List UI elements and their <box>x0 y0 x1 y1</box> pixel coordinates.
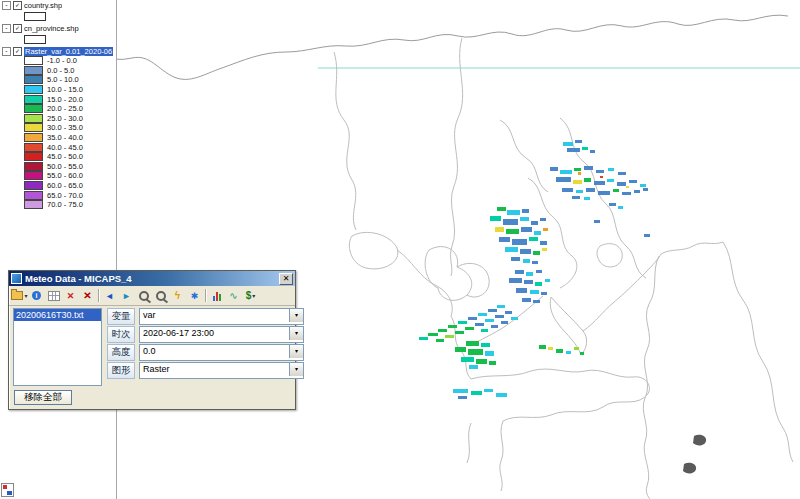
legend-row: 65.0 - 70.0 <box>0 190 116 200</box>
legend-range-label: 40.0 - 45.0 <box>47 143 83 152</box>
dialog-title: Meteo Data - MICAPS_4 <box>25 273 276 284</box>
layer-label[interactable]: cn_province.shp <box>24 24 79 33</box>
legend-color-swatch <box>24 162 43 171</box>
curve-button[interactable]: ∿ <box>225 288 242 304</box>
legend-color-swatch <box>24 171 43 180</box>
clear-button[interactable]: ✕ <box>79 288 96 304</box>
wave-icon: ∿ <box>229 290 237 301</box>
islands <box>683 435 706 474</box>
annotate-button[interactable]: ✱ <box>186 288 203 304</box>
legend-range-label: -1.0 - 0.0 <box>47 56 77 65</box>
legend-row: 0.0 - 5.0 <box>0 66 116 76</box>
grid-icon <box>48 291 60 301</box>
legend-row: 5.0 - 10.0 <box>0 75 116 85</box>
legend-color-swatch <box>24 123 43 132</box>
variable-field-row: 变量 var ▾ <box>107 308 304 324</box>
dialog-close-button[interactable]: ✕ <box>279 273 293 285</box>
magnifier-icon <box>156 291 166 301</box>
legend-color-swatch <box>24 56 43 65</box>
graphic-combobox[interactable]: Raster ▾ <box>139 362 304 379</box>
lightning-icon: ϟ <box>175 290 180 301</box>
zoom-in-button[interactable] <box>135 288 152 304</box>
legend-range-label: 35.0 - 40.0 <box>47 133 83 142</box>
layer-label[interactable]: country.shp <box>24 1 62 10</box>
time-combobox[interactable]: 2020-06-17 23:00 ▾ <box>139 326 304 343</box>
info-icon: i <box>32 291 41 300</box>
layer-row-country[interactable]: - ✓ country.shp <box>0 0 116 10</box>
minimized-window-icon[interactable] <box>1 483 14 497</box>
chevron-down-icon[interactable]: ▾ <box>289 345 303 358</box>
raster-legend: -1.0 - 0.00.0 - 5.05.0 - 10.010.0 - 15.0… <box>0 56 116 210</box>
chevron-down-icon[interactable]: ▾ <box>289 309 303 322</box>
time-field-row: 时次 2020-06-17 23:00 ▾ <box>107 326 304 342</box>
nav-forward-button[interactable]: ► <box>118 288 135 304</box>
dialog-toolbar: ▾ i ✕ ✕ ◄ ► ϟ ✱ <box>9 286 295 306</box>
toolbar-separator <box>205 289 206 302</box>
chart-button[interactable] <box>208 288 225 304</box>
height-label: 高度 <box>107 344 135 361</box>
legend-range-label: 55.0 - 60.0 <box>47 171 83 180</box>
layers-panel: - ✓ country.shp - ✓ cn_province.shp - ✓ … <box>0 0 117 499</box>
legend-row: 50.0 - 55.0 <box>0 162 116 172</box>
time-value: 2020-06-17 23:00 <box>143 328 214 338</box>
tree-expand-icon[interactable]: - <box>2 1 11 10</box>
table-button[interactable] <box>45 288 62 304</box>
height-combobox[interactable]: 0.0 ▾ <box>139 344 304 361</box>
info-button[interactable]: i <box>28 288 45 304</box>
layer-row-province[interactable]: - ✓ cn_province.shp <box>0 23 116 33</box>
tree-expand-icon[interactable]: - <box>2 24 11 33</box>
tree-expand-icon[interactable]: - <box>2 47 11 56</box>
open-file-button[interactable]: ▾ <box>11 288 28 304</box>
legend-range-label: 50.0 - 55.0 <box>47 162 83 171</box>
clear-icon: ✕ <box>83 290 91 301</box>
legend-range-label: 5.0 - 10.0 <box>47 75 79 84</box>
dialog-titlebar[interactable]: Meteo Data - MICAPS_4 ✕ <box>9 271 295 286</box>
map-viewport[interactable] <box>0 0 800 499</box>
lightning-button[interactable]: ϟ <box>169 288 186 304</box>
legend-color-swatch <box>24 200 43 209</box>
legend-range-label: 10.0 - 15.0 <box>47 85 83 94</box>
layer-label[interactable]: Raster_var_0.01_2020-06 <box>24 47 113 56</box>
legend-color-swatch <box>24 104 43 113</box>
file-listbox[interactable]: 20200616T30.txt <box>13 308 102 386</box>
zoom-out-button[interactable] <box>152 288 169 304</box>
legend-row: 70.0 - 75.0 <box>0 200 116 210</box>
height-value: 0.0 <box>143 346 156 356</box>
variable-combobox[interactable]: var ▾ <box>139 308 304 325</box>
variable-label: 变量 <box>107 308 135 325</box>
legend-color-swatch <box>24 66 43 75</box>
layer-row-raster[interactable]: - ✓ Raster_var_0.01_2020-06 <box>0 46 116 56</box>
legend-range-label: 30.0 - 35.0 <box>47 123 83 132</box>
currency-button[interactable]: $ ▾ <box>242 288 259 304</box>
chevron-down-icon[interactable]: ▾ <box>289 363 303 376</box>
legend-color-swatch <box>24 95 43 104</box>
icon-blue-block <box>7 491 12 495</box>
nav-back-button[interactable]: ◄ <box>101 288 118 304</box>
remove-all-button[interactable]: 移除全部 <box>14 390 72 405</box>
delete-button[interactable]: ✕ <box>62 288 79 304</box>
legend-row: 40.0 - 45.0 <box>0 142 116 152</box>
legend-color-swatch <box>24 181 43 190</box>
layer-checkbox[interactable]: ✓ <box>13 47 22 56</box>
arrow-left-icon: ◄ <box>105 291 114 301</box>
legend-row: 25.0 - 30.0 <box>0 114 116 124</box>
height-field-row: 高度 0.0 ▾ <box>107 344 304 360</box>
meteo-data-dialog: Meteo Data - MICAPS_4 ✕ ▾ i ✕ ✕ ◄ ► <box>8 270 296 410</box>
legend-range-label: 45.0 - 50.0 <box>47 152 83 161</box>
layer-checkbox[interactable]: ✓ <box>13 24 22 33</box>
layer-checkbox[interactable]: ✓ <box>13 1 22 10</box>
legend-color-swatch <box>24 152 43 161</box>
graphic-label: 图形 <box>107 362 135 379</box>
legend-row: 45.0 - 50.0 <box>0 152 116 162</box>
graphic-field-row: 图形 Raster ▾ <box>107 362 304 378</box>
legend-range-label: 70.0 - 75.0 <box>47 200 83 209</box>
magnifier-icon <box>139 291 149 301</box>
toolbar-separator <box>98 289 99 302</box>
legend-row: 15.0 - 20.0 <box>0 94 116 104</box>
bar-chart-icon <box>213 291 221 301</box>
legend-row: 35.0 - 40.0 <box>0 133 116 143</box>
legend-row: 30.0 - 35.0 <box>0 123 116 133</box>
file-list-item[interactable]: 20200616T30.txt <box>14 309 101 321</box>
chevron-down-icon[interactable]: ▾ <box>289 327 303 340</box>
dialog-body: 20200616T30.txt 变量 var ▾ 时次 2020-06-17 2… <box>9 306 295 409</box>
